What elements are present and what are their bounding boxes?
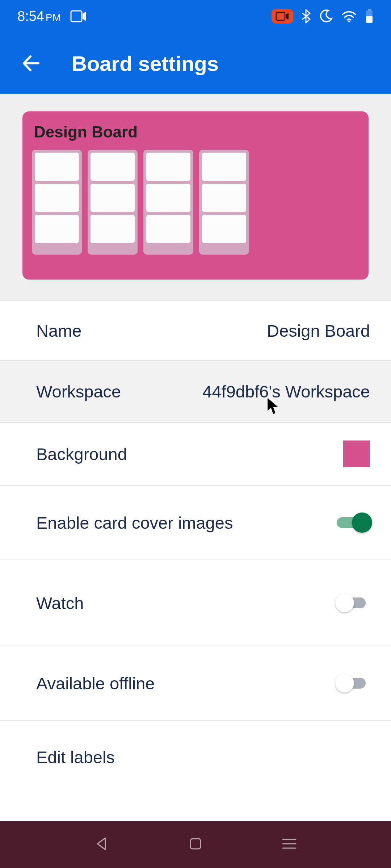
- board-preview[interactable]: Design Board: [22, 111, 369, 280]
- card-placeholder: [146, 215, 190, 243]
- toggle-thumb: [335, 593, 354, 612]
- page-title: Board settings: [72, 51, 219, 76]
- toggle-thumb: [352, 512, 372, 533]
- row-name[interactable]: Name Design Board: [0, 301, 391, 361]
- board-preview-section: Design Board: [0, 94, 391, 301]
- toggle-thumb: [335, 674, 354, 693]
- row-workspace[interactable]: Workspace 44f9dbf6's Workspace: [0, 361, 391, 423]
- svg-rect-6: [190, 839, 201, 849]
- row-available-offline[interactable]: Available offline: [0, 646, 391, 721]
- nav-back-icon[interactable]: [94, 836, 110, 853]
- settings-list: Name Design Board Workspace 44f9dbf6's W…: [0, 301, 391, 793]
- offline-toggle[interactable]: [337, 675, 370, 692]
- moon-icon: [319, 9, 333, 24]
- list-column: [32, 150, 82, 255]
- bluetooth-icon: [301, 9, 311, 24]
- screen-record-badge-icon: [272, 9, 293, 24]
- workspace-value: 44f9dbf6's Workspace: [202, 382, 370, 401]
- android-nav-bar: [0, 821, 391, 868]
- back-arrow-icon[interactable]: [21, 54, 41, 73]
- card-placeholder: [146, 153, 190, 181]
- name-label: Name: [36, 321, 81, 341]
- svg-rect-0: [71, 11, 82, 22]
- wifi-icon: [341, 10, 357, 22]
- card-placeholder: [202, 184, 246, 212]
- nav-home-icon[interactable]: [188, 837, 203, 852]
- edit-labels-label: Edit labels: [36, 747, 115, 767]
- svg-rect-3: [368, 9, 371, 10]
- card-placeholder: [35, 215, 79, 243]
- status-time-ampm: PM: [46, 12, 61, 23]
- status-time-value: 8:54: [17, 9, 44, 24]
- list-column: [143, 150, 193, 255]
- card-placeholder: [35, 153, 79, 181]
- svg-rect-1: [276, 12, 285, 20]
- card-placeholder: [35, 184, 79, 212]
- screencast-icon: [70, 10, 87, 22]
- status-bar: 8:54PM: [0, 0, 391, 33]
- list-column: [88, 150, 138, 255]
- card-placeholder: [146, 184, 190, 212]
- row-edit-labels[interactable]: Edit labels: [0, 721, 391, 793]
- list-column: [199, 150, 249, 255]
- nav-recent-icon[interactable]: [281, 837, 297, 852]
- status-right: [272, 9, 374, 24]
- board-preview-lists: [32, 150, 359, 255]
- status-left: 8:54PM: [17, 9, 87, 24]
- card-placeholder: [202, 215, 246, 243]
- card-cover-toggle[interactable]: [337, 514, 370, 531]
- offline-label: Available offline: [36, 673, 155, 693]
- row-watch[interactable]: Watch: [0, 560, 391, 646]
- svg-point-2: [348, 21, 350, 22]
- name-value: Design Board: [267, 321, 370, 341]
- status-time: 8:54PM: [17, 9, 61, 24]
- app-bar: Board settings: [0, 33, 391, 94]
- card-placeholder: [202, 153, 246, 181]
- background-label: Background: [36, 444, 127, 464]
- board-preview-title: Design Board: [32, 123, 359, 141]
- card-cover-label: Enable card cover images: [36, 513, 233, 533]
- card-placeholder: [91, 184, 135, 212]
- battery-icon: [365, 9, 374, 24]
- row-background[interactable]: Background: [0, 423, 391, 486]
- watch-label: Watch: [36, 593, 84, 613]
- workspace-label: Workspace: [36, 382, 121, 401]
- watch-toggle[interactable]: [337, 595, 370, 611]
- background-swatch: [343, 441, 370, 467]
- card-placeholder: [91, 153, 135, 181]
- row-card-cover-images[interactable]: Enable card cover images: [0, 486, 391, 560]
- svg-rect-5: [366, 16, 373, 23]
- card-placeholder: [91, 215, 135, 243]
